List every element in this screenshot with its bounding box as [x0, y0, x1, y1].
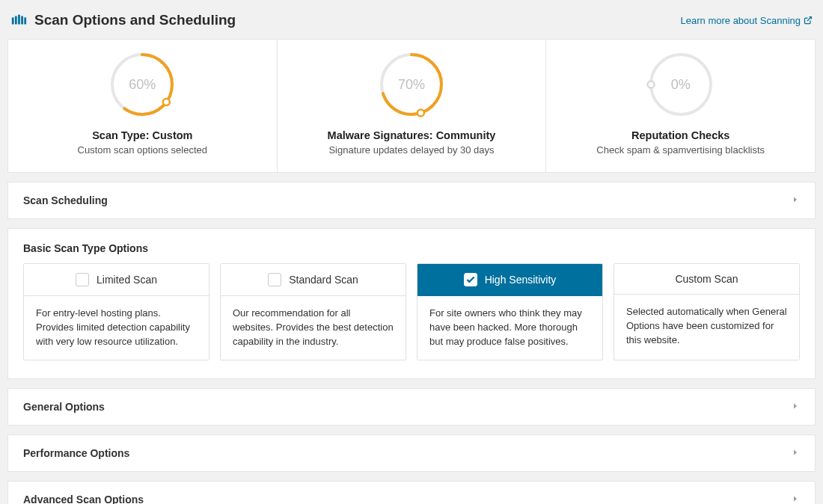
- scan-type-card-2[interactable]: High Sensitivity For site owners who thi…: [417, 263, 603, 360]
- scan-scheduling-label: Scan Scheduling: [23, 194, 108, 206]
- scan-type-card-1[interactable]: Standard Scan Our recommendation for all…: [220, 263, 406, 360]
- chevron-right-icon: [791, 194, 800, 206]
- page-header: Scan Options and Scheduling Learn more a…: [7, 7, 816, 39]
- scan-type-header[interactable]: Standard Scan: [221, 264, 406, 296]
- general-options-header[interactable]: General Options: [8, 389, 815, 425]
- status-title: Malware Signatures: Community: [328, 129, 496, 141]
- status-subtitle: Custom scan options selected: [78, 144, 207, 156]
- svg-rect-0: [12, 17, 14, 24]
- page-title: Scan Options and Scheduling: [34, 12, 236, 28]
- basic-scan-type-title: Basic Scan Type Options: [8, 229, 815, 263]
- chevron-right-icon: [791, 401, 800, 413]
- scan-type-card-3[interactable]: Custom Scan Selected automatically when …: [614, 263, 800, 360]
- performance-options-accordion[interactable]: Performance Options: [7, 434, 816, 472]
- scan-type-header[interactable]: High Sensitivity: [417, 264, 602, 296]
- status-subtitle: Signature updates delayed by 30 days: [328, 144, 494, 156]
- progress-ring: 0%: [646, 50, 715, 119]
- scan-type-card-0[interactable]: Limited Scan For entry-level hosting pla…: [23, 263, 209, 360]
- svg-rect-4: [24, 17, 26, 24]
- general-options-label: General Options: [23, 401, 105, 413]
- progress-percent: 0%: [646, 50, 715, 119]
- status-card-0: 60% Scan Type: Custom Custom scan option…: [8, 40, 278, 172]
- header-left: Scan Options and Scheduling: [10, 12, 236, 28]
- advanced-scan-options-label: Advanced Scan Options: [23, 494, 144, 504]
- scan-scheduling-accordion[interactable]: Scan Scheduling: [7, 182, 816, 219]
- checkbox-icon[interactable]: [76, 273, 89, 286]
- checkbox-checked-icon[interactable]: [464, 273, 477, 286]
- advanced-scan-options-accordion[interactable]: Advanced Scan Options: [7, 481, 816, 504]
- basic-scan-type-section: Basic Scan Type Options Limited Scan For…: [7, 228, 816, 379]
- scan-type-label: Limited Scan: [97, 274, 157, 286]
- scan-type-description: Our recommendation for all websites. Pro…: [221, 296, 406, 360]
- svg-line-5: [807, 17, 812, 22]
- learn-more-text: Learn more about Scanning: [681, 15, 801, 26]
- status-card-1: 70% Malware Signatures: Community Signat…: [278, 40, 547, 172]
- shield-logo-icon: [10, 12, 27, 28]
- scan-type-grid: Limited Scan For entry-level hosting pla…: [8, 263, 815, 378]
- scan-scheduling-header[interactable]: Scan Scheduling: [8, 182, 815, 218]
- performance-options-header[interactable]: Performance Options: [8, 435, 815, 471]
- status-title: Scan Type: Custom: [92, 129, 192, 141]
- scan-type-label: High Sensitivity: [485, 274, 557, 286]
- general-options-accordion[interactable]: General Options: [7, 388, 816, 425]
- chevron-right-icon: [791, 494, 800, 504]
- scan-type-description: For entry-level hosting plans. Provides …: [24, 296, 209, 360]
- checkbox-icon[interactable]: [268, 273, 281, 286]
- scan-type-description: For site owners who think they may have …: [417, 296, 602, 360]
- svg-rect-1: [15, 16, 17, 25]
- scan-type-header[interactable]: Custom Scan: [614, 264, 799, 295]
- progress-percent: 60%: [108, 50, 177, 119]
- status-subtitle: Check spam & spamvertising blacklists: [596, 144, 765, 156]
- scan-type-label: Standard Scan: [289, 274, 358, 286]
- status-row: 60% Scan Type: Custom Custom scan option…: [7, 39, 816, 173]
- status-card-2: 0% Reputation Checks Check spam & spamve…: [546, 40, 815, 172]
- external-link-icon: [804, 16, 813, 25]
- scan-type-label: Custom Scan: [675, 273, 738, 285]
- chevron-right-icon: [791, 447, 800, 459]
- progress-ring: 70%: [377, 50, 446, 119]
- progress-ring: 60%: [108, 50, 177, 119]
- performance-options-label: Performance Options: [23, 447, 129, 459]
- scan-type-description: Selected automatically when General Opti…: [614, 295, 799, 358]
- scan-type-header[interactable]: Limited Scan: [24, 264, 209, 296]
- svg-rect-2: [18, 15, 20, 25]
- advanced-scan-options-header[interactable]: Advanced Scan Options: [8, 482, 815, 504]
- progress-percent: 70%: [377, 50, 446, 119]
- learn-more-link[interactable]: Learn more about Scanning: [681, 15, 813, 26]
- status-title: Reputation Checks: [631, 129, 729, 141]
- svg-rect-3: [21, 16, 23, 25]
